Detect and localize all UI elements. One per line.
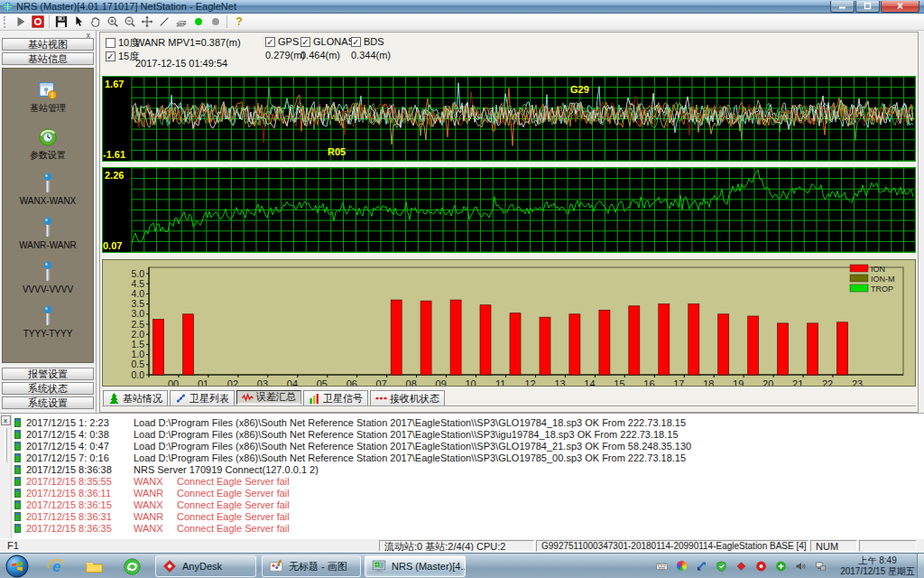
glonas-checkbox[interactable]: ✓GLONAS — [300, 36, 355, 47]
taskbar-task-anydesk[interactable]: AnyDesk — [155, 555, 256, 577]
svg-text:08: 08 — [406, 378, 417, 386]
sidebar-item-wanx-wanx[interactable]: WANX-WANX — [20, 172, 77, 206]
log-row[interactable]: 2017/12/15 8:36:31WANRConnect Eagle Serv… — [12, 510, 924, 522]
log-row[interactable]: 2017/12/15 8:36:38NRS Server 170919 Conn… — [12, 463, 924, 475]
toolbar-gray-dot-button[interactable] — [207, 14, 224, 30]
toolbar-green-dot-button[interactable] — [189, 14, 207, 30]
tab-卫星列表[interactable]: 卫星列表 — [170, 390, 235, 406]
log-panel: x 2017/12/15 1: 2:23Load D:\Program File… — [0, 413, 924, 538]
station-manage-icon: ! — [38, 79, 58, 100]
toolbar-help-button[interactable]: ? — [230, 14, 247, 30]
toolbar-layers-button[interactable] — [172, 14, 189, 30]
tab-卫星信号[interactable]: 卫星信号 — [303, 390, 368, 406]
sidebar-item-wanr-wanr[interactable]: WANR-WANR — [19, 217, 77, 250]
sidebar-button-station-view[interactable]: 基站视图 — [2, 38, 94, 51]
antenna-icon — [42, 305, 53, 327]
log-close-icon[interactable]: x — [1, 415, 11, 425]
tray-360-green-icon[interactable] — [774, 560, 787, 572]
glonas-label: GLONAS — [313, 36, 355, 47]
close-button[interactable] — [881, 1, 919, 13]
log-row[interactable]: 2017/12/15 8:36:35WANXConnect Eagle Serv… — [12, 522, 924, 534]
svg-text:10: 10 — [465, 378, 476, 386]
log-entry-icon — [14, 524, 21, 533]
control-strip: 10度 ✓15度 WANR MPV1=0.387(m) 2017-12-15 0… — [102, 33, 916, 73]
log-row[interactable]: 2017/12/15 8:36:15WANXConnect Eagle Serv… — [12, 499, 924, 510]
log-row[interactable]: 2017/12/15 4: 0:47Load D:\Program Files … — [12, 440, 924, 452]
log-source: WANX — [134, 476, 177, 487]
taskbar-clock[interactable]: 上午 8:49 2017/12/15 星期五 — [840, 555, 915, 577]
tray-volume-icon[interactable] — [794, 560, 807, 572]
start-button[interactable] — [5, 555, 29, 578]
log-time: 2017/12/15 1: 2:23 — [26, 417, 134, 428]
sidebar-item-tyyy-tyyy[interactable]: TYYY-TYYY — [23, 305, 73, 339]
toolbar-move-button[interactable] — [138, 14, 155, 30]
toolbar-zoom-in-button[interactable] — [104, 14, 121, 30]
quicklaunch-ie-button[interactable]: e — [45, 556, 67, 576]
log-row[interactable]: 2017/12/15 1: 2:23Load D:\Program Files … — [12, 416, 924, 428]
tray-security-red-icon[interactable] — [754, 560, 767, 572]
bds-checkbox[interactable]: ✓BDS — [351, 36, 391, 47]
log-message: Connect Eagle Server fail — [177, 488, 290, 499]
svg-text:5.0: 5.0 — [131, 268, 144, 279]
log-splitter[interactable] — [5, 428, 7, 462]
log-row[interactable]: 2017/12/15 8:35:55WANXConnect Eagle Serv… — [12, 475, 924, 487]
minimize-button[interactable] — [830, 1, 855, 13]
elevation-10-checkbox[interactable]: 10度 — [106, 36, 139, 50]
log-row[interactable]: 2017/12/15 7: 0:16Load D:\Program Files … — [12, 452, 924, 463]
tray-anydesk-tray-icon[interactable] — [735, 560, 747, 572]
quicklaunch-browser360-button[interactable] — [121, 556, 143, 576]
toolbar-zoom-out-button[interactable] — [121, 14, 138, 30]
svg-text:05: 05 — [317, 378, 328, 386]
sidebar-button-station-info[interactable]: 基站信息 — [2, 52, 94, 65]
log-row[interactable]: 2017/12/15 8:36:11WANRConnect Eagle Serv… — [12, 487, 924, 499]
station-item-label: VVVV-VVVV — [23, 284, 73, 294]
sidebar-item-vvvv-vvvv[interactable]: VVVV-VVVV — [23, 261, 73, 294]
tray-pinwheel-icon[interactable] — [675, 560, 688, 572]
epoch-timestamp: 2017-12-15 01:49:54 — [135, 58, 227, 69]
svg-text:0.0: 0.0 — [131, 369, 144, 380]
quicklaunch-folder-button[interactable] — [83, 556, 105, 576]
tab-基站情况[interactable]: 基站情况 — [103, 390, 168, 406]
tray-transfer-icon[interactable] — [695, 560, 707, 572]
status-license: G9927511000347301-20180114-20990114-Eagl… — [536, 540, 808, 552]
svg-text:3.5: 3.5 — [131, 298, 144, 309]
toolbar-play-button[interactable] — [12, 14, 29, 30]
sidebar-close-icon[interactable]: x — [87, 32, 91, 39]
tab-接收机状态[interactable]: 接收机状态 — [370, 390, 445, 406]
toolbar-line-button[interactable] — [155, 14, 172, 30]
log-entry-icon — [14, 512, 21, 521]
sidebar-item-参数设置[interactable]: 参数设置 — [30, 126, 66, 162]
svg-text:14: 14 — [584, 378, 595, 386]
station-item-label: 参数设置 — [30, 149, 66, 162]
clock-date: 2017/12/15 星期五 — [840, 566, 915, 577]
sidebar-item-基站管理[interactable]: !基站管理 — [30, 79, 66, 115]
tab-误差汇总[interactable]: 误差汇总 — [236, 390, 301, 406]
elevation-15-checkbox[interactable]: ✓15度 — [106, 50, 139, 63]
svg-text:13: 13 — [554, 378, 565, 386]
sidebar-button-system-status[interactable]: 系统状态 — [2, 382, 94, 395]
svg-text:1.5: 1.5 — [131, 339, 144, 350]
svg-text:11: 11 — [495, 378, 505, 386]
task-label: 无标题 - 画图 — [289, 560, 347, 573]
toolbar-hand-button[interactable] — [87, 14, 104, 30]
log-row[interactable]: 2017/12/15 4: 0:38Load D:\Program Files … — [12, 428, 924, 440]
maximize-button[interactable] — [855, 1, 880, 13]
svg-text:06: 06 — [346, 378, 357, 386]
toolbar-cursor-button[interactable] — [69, 14, 87, 30]
station-item-label: TYYY-TYYY — [23, 329, 73, 339]
tray-network-icon[interactable] — [814, 560, 827, 572]
tray-keyboard-icon[interactable] — [655, 560, 668, 572]
toolbar-record-button[interactable] — [29, 14, 46, 30]
tray-shield-icon[interactable] — [715, 560, 727, 572]
toolbar-save-button[interactable] — [52, 14, 69, 30]
taskbar-task-nrs[interactable]: NRS (Master)[4... — [365, 555, 466, 577]
taskbar-task-paint[interactable]: 无标题 - 画图 — [262, 555, 361, 577]
toolbar-grip[interactable] — [4, 16, 8, 28]
sidebar-button-alarm-settings[interactable]: 报警设置 — [2, 368, 94, 380]
show-desktop-button[interactable] — [917, 554, 924, 578]
station-item-label: 基站管理 — [30, 102, 66, 115]
sidebar-button-system-settings[interactable]: 系统设置 — [2, 396, 94, 409]
gps-checkbox[interactable]: ✓GPS — [265, 36, 305, 47]
svg-text:1.67: 1.67 — [105, 79, 124, 89]
log-entry-icon — [14, 442, 21, 451]
